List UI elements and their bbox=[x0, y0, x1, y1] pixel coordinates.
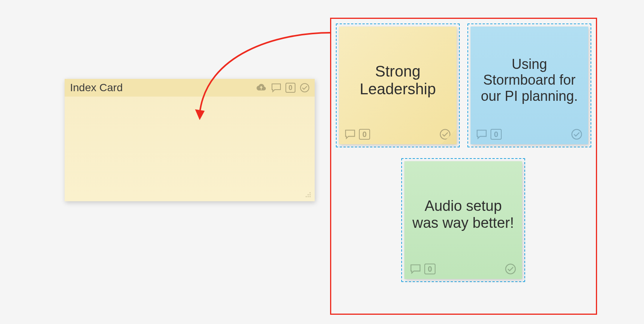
sticky-selected-yellow[interactable]: Strong Leadership 0 bbox=[336, 23, 460, 147]
count-badge[interactable]: 0 bbox=[285, 83, 295, 93]
sticky-selected-green[interactable]: Audio setup was way better! 0 bbox=[401, 158, 525, 282]
count-badge[interactable]: 0 bbox=[359, 129, 370, 140]
upload-icon[interactable] bbox=[255, 83, 267, 93]
resize-handle-icon[interactable] bbox=[305, 191, 312, 198]
sticky-footer: 0 bbox=[344, 128, 451, 140]
sticky-text: Audio setup was way better! bbox=[412, 170, 514, 260]
count-value: 0 bbox=[289, 84, 292, 92]
sticky-note-yellow[interactable]: Strong Leadership 0 bbox=[339, 27, 457, 144]
count-value: 0 bbox=[428, 265, 432, 274]
svg-point-0 bbox=[300, 84, 309, 92]
check-icon[interactable] bbox=[571, 128, 583, 140]
sticky-footer: 0 bbox=[410, 263, 517, 275]
sticky-selected-blue[interactable]: Using Stormboard for our PI planning. 0 bbox=[467, 23, 591, 147]
comment-icon[interactable] bbox=[344, 129, 356, 140]
svg-point-9 bbox=[572, 129, 581, 139]
count-value: 0 bbox=[362, 130, 367, 139]
comment-icon[interactable] bbox=[476, 129, 487, 140]
index-card[interactable]: Index Card 0 bbox=[65, 79, 315, 201]
svg-point-8 bbox=[440, 129, 450, 139]
index-card-header: Index Card 0 bbox=[65, 79, 315, 97]
sticky-note-blue[interactable]: Using Stormboard for our PI planning. 0 bbox=[470, 27, 588, 144]
sticky-footer: 0 bbox=[476, 128, 583, 140]
svg-point-10 bbox=[506, 264, 515, 274]
check-icon[interactable] bbox=[299, 82, 310, 93]
index-card-body[interactable] bbox=[65, 97, 315, 201]
check-icon[interactable] bbox=[439, 128, 451, 140]
svg-point-3 bbox=[307, 194, 309, 195]
svg-point-4 bbox=[309, 196, 310, 197]
svg-point-2 bbox=[309, 194, 310, 195]
sticky-note-green[interactable]: Audio setup was way better! 0 bbox=[404, 161, 522, 279]
sticky-text: Using Stormboard for our PI planning. bbox=[478, 35, 581, 125]
svg-point-5 bbox=[307, 196, 309, 197]
selection-box: Strong Leadership 0 Using Stormboard f bbox=[330, 18, 597, 315]
svg-point-6 bbox=[305, 196, 307, 197]
comment-icon[interactable] bbox=[271, 83, 282, 93]
count-badge[interactable]: 0 bbox=[491, 129, 502, 140]
count-value: 0 bbox=[494, 130, 498, 139]
check-icon[interactable] bbox=[504, 263, 517, 275]
index-card-toolbar: 0 bbox=[255, 82, 310, 93]
comment-icon[interactable] bbox=[410, 264, 421, 274]
sticky-text: Strong Leadership bbox=[347, 35, 449, 125]
count-badge[interactable]: 0 bbox=[424, 264, 435, 274]
svg-point-1 bbox=[309, 192, 310, 193]
index-card-title: Index Card bbox=[70, 82, 255, 94]
